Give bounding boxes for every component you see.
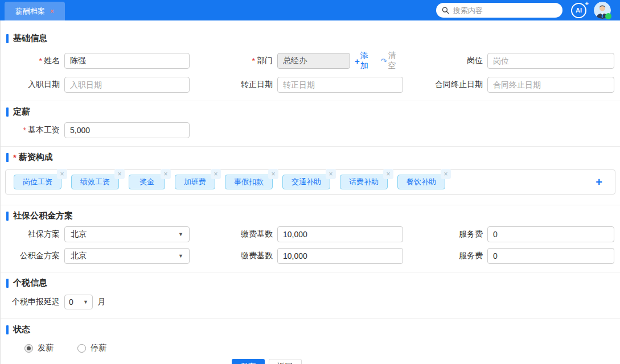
base-salary-label: * 基本工资 bbox=[1, 125, 64, 135]
chevron-down-icon: ▼ bbox=[178, 231, 183, 237]
tag-performance-salary[interactable]: 绩效工资× bbox=[71, 175, 119, 189]
avatar[interactable] bbox=[594, 2, 611, 19]
section-title-text: 个税信息 bbox=[13, 278, 47, 288]
search-box[interactable] bbox=[436, 3, 562, 18]
social-fee-label: 服务费 bbox=[403, 229, 487, 239]
remove-tag-icon[interactable]: × bbox=[326, 169, 336, 179]
section-title-text: 社保公积金方案 bbox=[13, 210, 73, 221]
section-title-text: 薪资构成 bbox=[19, 152, 53, 163]
section-basic-info: 基础信息 * 姓名 * 部门 + 添加 ↷ 清空 bbox=[1, 20, 620, 101]
position-input[interactable] bbox=[487, 53, 614, 69]
form-footer: 保存 返回 bbox=[1, 359, 620, 364]
tag-phone-subsidy[interactable]: 话费补助× bbox=[340, 175, 388, 189]
fund-base-input[interactable] bbox=[277, 248, 403, 264]
section-insurance: 社保公积金方案 社保方案 北京 ▼ 缴费基数 服务费 公积金方案 北京 ▼ bbox=[1, 205, 620, 272]
contract-end-label: 合同终止日期 bbox=[403, 80, 487, 90]
tab-salary-profile[interactable]: 薪酬档案 × bbox=[5, 2, 65, 20]
clear-icon: ↷ bbox=[380, 57, 387, 65]
radio-pay-active[interactable]: 发薪 bbox=[24, 343, 54, 353]
fund-base-label: 缴费基数 bbox=[190, 251, 277, 261]
tag-bonus[interactable]: 奖金× bbox=[129, 175, 165, 189]
online-status-dot bbox=[605, 13, 611, 19]
remove-tag-icon[interactable]: × bbox=[383, 169, 393, 179]
section-title-text: 基础信息 bbox=[13, 33, 47, 44]
required-star: * bbox=[13, 152, 17, 162]
tag-post-salary[interactable]: 岗位工资× bbox=[14, 175, 61, 189]
tag-leave-deduction[interactable]: 事假扣款× bbox=[225, 175, 273, 189]
add-icon: + bbox=[355, 56, 360, 66]
section-bar bbox=[6, 107, 9, 117]
tax-delay-label: 个税申报延迟 bbox=[1, 297, 64, 307]
social-fee-input[interactable] bbox=[487, 226, 614, 242]
base-salary-input[interactable] bbox=[64, 122, 190, 138]
radio-dot bbox=[77, 344, 86, 353]
salary-composition-tags: 岗位工资× 绩效工资× 奖金× 加班费× 事假扣款× 交通补助× 话费补助× 餐… bbox=[5, 169, 615, 195]
social-base-label: 缴费基数 bbox=[190, 229, 277, 239]
top-bar: 薪酬档案 × AI + bbox=[0, 0, 620, 20]
chevron-down-icon: ▼ bbox=[83, 299, 88, 305]
add-tag-icon[interactable]: + bbox=[596, 176, 607, 189]
section-bar bbox=[6, 153, 9, 162]
section-tax: 个税信息 个税申报延迟 0 ▼ 月 bbox=[1, 272, 620, 318]
social-plan-label: 社保方案 bbox=[1, 229, 64, 239]
clear-department-link[interactable]: ↷ 清空 bbox=[380, 51, 403, 71]
section-title-text: 状态 bbox=[13, 324, 30, 335]
department-label: * 部门 bbox=[190, 56, 277, 66]
tag-transport-subsidy[interactable]: 交通补助× bbox=[282, 175, 330, 189]
salary-profile-page: 薪酬档案 × AI + bbox=[0, 0, 620, 364]
social-plan-select[interactable]: 北京 ▼ bbox=[64, 226, 190, 242]
fund-plan-select[interactable]: 北京 ▼ bbox=[64, 248, 190, 264]
remove-tag-icon[interactable]: × bbox=[114, 169, 125, 179]
regular-date-input[interactable] bbox=[277, 77, 403, 93]
ai-assistant-icon[interactable]: AI + bbox=[571, 3, 586, 18]
section-salary: 定薪 * 基本工资 bbox=[1, 101, 620, 146]
section-composition: * 薪资构成 岗位工资× 绩效工资× 奖金× 加班费× 事假扣款× 交通补助× … bbox=[1, 147, 620, 205]
hire-date-label: 入职日期 bbox=[1, 80, 64, 90]
section-bar bbox=[6, 34, 9, 43]
topbar-right: AI + bbox=[436, 0, 620, 20]
search-input[interactable] bbox=[453, 6, 557, 15]
hire-date-input[interactable] bbox=[64, 77, 190, 93]
save-button[interactable]: 保存 bbox=[232, 359, 265, 364]
ai-label: AI bbox=[576, 7, 582, 14]
month-unit-label: 月 bbox=[97, 297, 105, 307]
regular-date-label: 转正日期 bbox=[190, 80, 277, 90]
social-base-input[interactable] bbox=[277, 226, 403, 242]
remove-tag-icon[interactable]: × bbox=[211, 169, 221, 179]
chevron-down-icon: ▼ bbox=[178, 253, 183, 259]
section-bar bbox=[6, 325, 9, 334]
tab-label: 薪酬档案 bbox=[15, 6, 45, 16]
section-title-basic: 基础信息 bbox=[6, 33, 620, 44]
contract-end-input[interactable] bbox=[487, 77, 614, 93]
department-input bbox=[277, 53, 350, 69]
ai-plus-icon: + bbox=[585, 0, 589, 7]
tag-overtime-pay[interactable]: 加班费× bbox=[175, 175, 215, 189]
tag-meal-subsidy[interactable]: 餐饮补助× bbox=[397, 175, 445, 189]
tax-delay-select[interactable]: 0 ▼ bbox=[64, 295, 93, 309]
tab-close-icon[interactable]: × bbox=[50, 7, 54, 15]
section-title-text: 定薪 bbox=[13, 106, 30, 117]
section-bar bbox=[6, 279, 9, 288]
name-label: * 姓名 bbox=[1, 56, 64, 66]
section-status: 状态 发薪 停薪 bbox=[1, 319, 620, 353]
form-content: 基础信息 * 姓名 * 部门 + 添加 ↷ 清空 bbox=[0, 20, 620, 364]
radio-dot bbox=[24, 344, 33, 353]
add-department-link[interactable]: + 添加 bbox=[355, 51, 375, 71]
fund-fee-label: 服务费 bbox=[403, 251, 487, 261]
remove-tag-icon[interactable]: × bbox=[441, 169, 451, 179]
remove-tag-icon[interactable]: × bbox=[268, 169, 278, 179]
search-icon bbox=[442, 6, 449, 14]
fund-plan-label: 公积金方案 bbox=[1, 251, 64, 261]
remove-tag-icon[interactable]: × bbox=[161, 169, 171, 179]
section-bar bbox=[6, 212, 9, 221]
fund-fee-input[interactable] bbox=[487, 248, 614, 264]
position-label: 岗位 bbox=[403, 56, 487, 66]
remove-tag-icon[interactable]: × bbox=[57, 169, 67, 179]
radio-pay-suspended[interactable]: 停薪 bbox=[77, 343, 106, 353]
back-button[interactable]: 返回 bbox=[269, 359, 302, 364]
name-input[interactable] bbox=[64, 53, 190, 69]
